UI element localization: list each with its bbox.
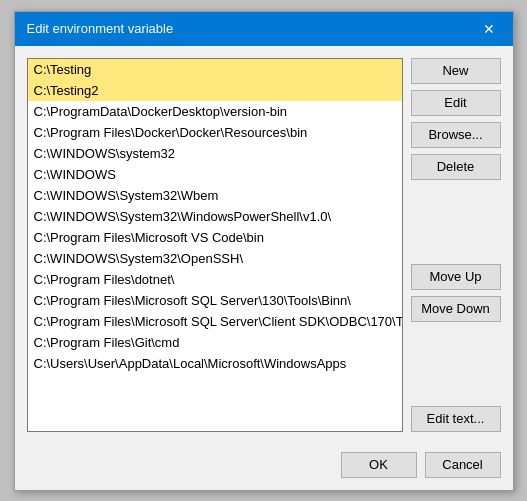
list-item[interactable]: C:\Program Files\dotnet\ (28, 269, 402, 290)
ok-button[interactable]: OK (341, 452, 417, 478)
dialog-content: C:\TestingC:\Testing2C:\ProgramData\Dock… (15, 46, 513, 444)
list-item[interactable]: C:\Testing (28, 59, 402, 80)
edit-button[interactable]: Edit (411, 90, 501, 116)
delete-button[interactable]: Delete (411, 154, 501, 180)
browse-button[interactable]: Browse... (411, 122, 501, 148)
move-down-button[interactable]: Move Down (411, 296, 501, 322)
list-item[interactable]: C:\WINDOWS\System32\WindowsPowerShell\v1… (28, 206, 402, 227)
dialog-title: Edit environment variable (27, 21, 174, 36)
cancel-button[interactable]: Cancel (425, 452, 501, 478)
list-item[interactable]: C:\WINDOWS\system32 (28, 143, 402, 164)
list-item[interactable]: C:\WINDOWS\System32\Wbem (28, 185, 402, 206)
edit-env-variable-dialog: Edit environment variable ✕ C:\TestingC:… (14, 11, 514, 491)
list-item[interactable]: C:\Program Files\Docker\Docker\Resources… (28, 122, 402, 143)
dialog-footer: OK Cancel (15, 444, 513, 490)
list-item[interactable]: C:\ProgramData\DockerDesktop\version-bin (28, 101, 402, 122)
close-button[interactable]: ✕ (477, 20, 501, 38)
list-item[interactable]: C:\Program Files\Microsoft VS Code\bin (28, 227, 402, 248)
list-item[interactable]: C:\Testing2 (28, 80, 402, 101)
edit-text-button[interactable]: Edit text... (411, 406, 501, 432)
list-item[interactable]: C:\WINDOWS (28, 164, 402, 185)
list-item[interactable]: C:\Program Files\Microsoft SQL Server\Cl… (28, 311, 402, 332)
move-up-button[interactable]: Move Up (411, 264, 501, 290)
list-item[interactable]: C:\WINDOWS\System32\OpenSSH\ (28, 248, 402, 269)
action-buttons: New Edit Browse... Delete Move Up Move D… (411, 58, 501, 432)
title-bar: Edit environment variable ✕ (15, 12, 513, 46)
list-item[interactable]: C:\Program Files\Microsoft SQL Server\13… (28, 290, 402, 311)
env-variable-list[interactable]: C:\TestingC:\Testing2C:\ProgramData\Dock… (27, 58, 403, 432)
list-item[interactable]: C:\Program Files\Git\cmd (28, 332, 402, 353)
new-button[interactable]: New (411, 58, 501, 84)
list-item[interactable]: C:\Users\User\AppData\Local\Microsoft\Wi… (28, 353, 402, 374)
